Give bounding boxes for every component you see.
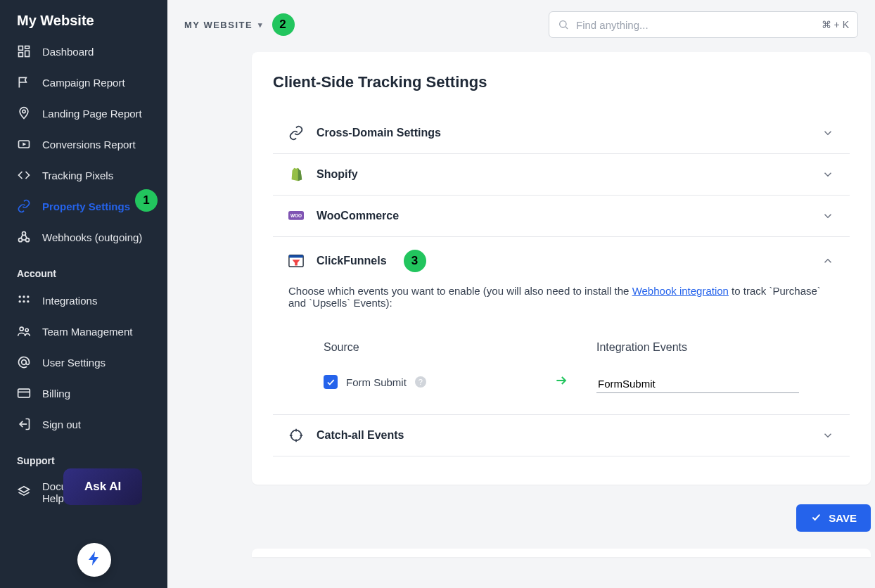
sidebar-item-label: Tracking Pixels xyxy=(42,170,113,181)
sidebar-item-label: Integrations xyxy=(42,295,97,307)
accordion-clickfunnels-head[interactable]: ClickFunnels 3 xyxy=(273,237,850,285)
help-icon[interactable]: ? xyxy=(415,376,426,388)
sidebar-item-label: Property Settings xyxy=(42,200,130,212)
source-column-label: Source xyxy=(324,341,526,354)
sidebar-item-label: Landing Page Report xyxy=(42,108,142,120)
svg-point-7 xyxy=(19,238,23,242)
brand-title: My Website xyxy=(0,13,167,36)
code-icon xyxy=(17,168,31,182)
svg-text:WOO: WOO xyxy=(290,213,302,218)
integration-event-input[interactable] xyxy=(596,375,799,393)
svg-rect-19 xyxy=(18,389,30,397)
sidebar-item-label: Webhooks (outgoing) xyxy=(42,231,142,243)
search-input[interactable]: Find anything... ⌘ + K xyxy=(549,11,858,38)
doc-icon xyxy=(17,485,31,499)
help-fab[interactable] xyxy=(77,543,111,577)
breadcrumb-text: MY WEBSITE xyxy=(184,20,253,30)
svg-point-16 xyxy=(20,327,23,331)
webhook-integration-link[interactable]: Webhook integration xyxy=(632,285,729,297)
step-badge-2: 2 xyxy=(272,13,295,36)
svg-marker-6 xyxy=(23,143,26,146)
bolt-icon xyxy=(86,550,103,570)
svg-line-23 xyxy=(566,27,568,29)
signout-icon xyxy=(17,417,31,431)
step-badge-3: 3 xyxy=(404,250,426,272)
link-icon xyxy=(288,125,304,141)
sidebar-item-dashboard[interactable]: Dashboard xyxy=(0,36,167,67)
cf-desc-prefix: Choose which events you want to enable (… xyxy=(288,285,632,297)
sidebar-item-label: Team Management xyxy=(42,326,132,338)
accordion-shopify[interactable]: Shopify xyxy=(273,154,850,196)
svg-point-12 xyxy=(27,295,29,298)
sidebar-item-property-settings[interactable]: Property Settings 1 xyxy=(0,191,167,222)
woocommerce-icon: WOO xyxy=(288,208,304,224)
chevron-down-icon xyxy=(822,127,834,139)
card-icon xyxy=(17,386,31,400)
search-shortcut: ⌘ + K xyxy=(822,19,849,30)
sidebar-item-webhooks[interactable]: Webhooks (outgoing) xyxy=(0,222,167,253)
svg-point-11 xyxy=(23,295,25,298)
accordion-woocommerce[interactable]: WOO WooCommerce xyxy=(273,196,850,237)
apps-icon xyxy=(17,293,31,307)
accordion-title: Shopify xyxy=(317,168,358,181)
event-label: Form Submit xyxy=(346,376,407,388)
accordion-cross-domain[interactable]: Cross-Domain Settings xyxy=(273,113,850,154)
sidebar-item-campaign-report[interactable]: Campaign Report xyxy=(0,67,167,98)
svg-point-22 xyxy=(560,21,566,27)
chevron-down-icon xyxy=(822,429,834,442)
sidebar-item-landing-page-report[interactable]: Landing Page Report xyxy=(0,98,167,129)
target-icon xyxy=(288,428,304,443)
pin-icon xyxy=(17,106,31,120)
sidebar-section-account: Account xyxy=(0,253,167,285)
save-button-label: SAVE xyxy=(829,512,857,524)
conversions-icon xyxy=(17,137,31,151)
form-submit-checkbox[interactable] xyxy=(324,375,338,389)
chevron-down-icon xyxy=(822,210,834,222)
sidebar-item-sign-out[interactable]: Sign out xyxy=(0,409,167,440)
next-card-peek xyxy=(252,549,871,557)
sidebar-item-integrations[interactable]: Integrations xyxy=(0,285,167,316)
settings-card: Client-Side Tracking Settings Cross-Doma… xyxy=(252,52,871,485)
webhook-icon xyxy=(17,230,31,244)
arrow-right-icon xyxy=(554,373,568,393)
breadcrumb[interactable]: MY WEBSITE ▾ 2 xyxy=(184,13,295,36)
svg-point-8 xyxy=(26,238,30,242)
sidebar-item-label: User Settings xyxy=(42,357,106,369)
svg-point-18 xyxy=(22,360,27,365)
search-icon xyxy=(558,19,569,30)
sidebar-item-user-settings[interactable]: User Settings xyxy=(0,347,167,378)
chevron-down-icon xyxy=(822,168,834,181)
sidebar-item-billing[interactable]: Billing xyxy=(0,378,167,409)
main-content: MY WEBSITE ▾ 2 Find anything... ⌘ + K Cl… xyxy=(167,0,875,588)
sidebar-item-conversions-report[interactable]: Conversions Report xyxy=(0,129,167,160)
sidebar-item-label: Conversions Report xyxy=(42,139,136,151)
svg-point-10 xyxy=(19,295,21,298)
check-icon xyxy=(810,511,822,525)
svg-point-15 xyxy=(27,300,29,302)
sidebar-item-tracking-pixels[interactable]: Tracking Pixels xyxy=(0,160,167,191)
step-badge-1: 1 xyxy=(135,189,158,212)
chevron-down-icon: ▾ xyxy=(258,20,264,30)
accordion-title: WooCommerce xyxy=(317,210,399,222)
sidebar-item-label: Campaign Report xyxy=(42,77,125,89)
svg-rect-2 xyxy=(25,51,30,56)
sidebar-item-label: Billing xyxy=(42,388,70,400)
chevron-up-icon xyxy=(822,255,834,267)
flag-icon xyxy=(17,75,31,89)
ask-ai-button[interactable]: Ask AI xyxy=(63,468,142,505)
accordion-clickfunnels: ClickFunnels 3 Choose which events you w… xyxy=(273,237,850,415)
sidebar-item-label: Sign out xyxy=(42,418,81,430)
search-placeholder: Find anything... xyxy=(576,19,822,31)
svg-point-17 xyxy=(25,328,28,331)
accordion-catch-all[interactable]: Catch-all Events xyxy=(273,415,850,456)
accordion-title: Cross-Domain Settings xyxy=(317,127,441,139)
ask-ai-label: Ask AI xyxy=(84,480,121,493)
dashboard-icon xyxy=(17,44,31,58)
svg-point-4 xyxy=(23,110,25,113)
sidebar-item-team-management[interactable]: Team Management xyxy=(0,316,167,347)
svg-rect-3 xyxy=(19,53,23,57)
save-button[interactable]: SAVE xyxy=(796,504,871,532)
svg-rect-0 xyxy=(19,46,23,51)
clickfunnels-body: Choose which events you want to enable (… xyxy=(273,285,850,414)
svg-rect-27 xyxy=(289,255,303,258)
